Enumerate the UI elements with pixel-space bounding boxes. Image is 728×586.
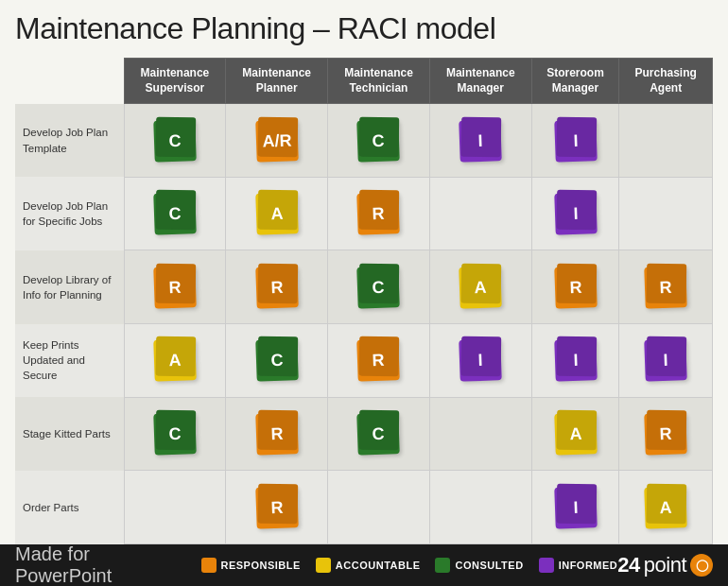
cell-5-4: I xyxy=(531,471,619,544)
badge-green: C xyxy=(153,412,197,456)
legend-label-orange: RESPONSIBLE xyxy=(221,560,301,571)
cell-0-2: C xyxy=(328,104,430,178)
legend-box-purple xyxy=(539,558,554,573)
cell-4-3 xyxy=(429,397,531,471)
header-planner: MaintenancePlanner xyxy=(226,59,328,104)
cell-5-1: R xyxy=(226,471,328,544)
row-label-4: Stage Kitted Parts xyxy=(15,397,124,471)
badge-purple: I xyxy=(644,339,687,383)
badge-green: C xyxy=(153,192,197,235)
raci-table: MaintenanceSupervisorMaintenancePlannerM… xyxy=(15,58,713,544)
cell-2-1: R xyxy=(226,250,328,324)
cell-3-0: A xyxy=(124,324,226,398)
cell-4-1: R xyxy=(226,397,328,471)
row-label-5: Order Parts xyxy=(15,471,124,544)
cell-1-1: A xyxy=(226,177,328,250)
cell-2-2: C xyxy=(328,250,430,324)
table-row: Stage Kitted PartsCRCAR xyxy=(15,397,713,471)
badge-green: C xyxy=(357,412,401,456)
main-container: Maintenance Planning – RACI model Mainte… xyxy=(0,0,728,586)
cell-0-0: C xyxy=(124,104,226,178)
cell-4-2: C xyxy=(328,397,430,471)
badge-purple: I xyxy=(554,119,598,163)
badge-orange: A/R xyxy=(255,119,299,163)
badge-yellow: A xyxy=(459,266,503,309)
cell-2-0: R xyxy=(124,250,226,324)
cell-1-4: I xyxy=(531,177,619,250)
header-purchasing: PurchasingAgent xyxy=(619,59,713,104)
header-empty xyxy=(15,59,124,104)
cell-2-5: R xyxy=(619,250,713,324)
cell-1-2: R xyxy=(328,177,430,250)
badge-purple: I xyxy=(554,192,598,235)
badge-orange: R xyxy=(255,486,299,529)
cell-3-3: I xyxy=(429,324,531,398)
brand-point: point xyxy=(644,553,686,577)
badge-green: C xyxy=(357,119,401,163)
table-row: Develop Library of Info for PlanningRRCA… xyxy=(15,250,713,324)
badge-green: C xyxy=(255,339,299,383)
badge-orange: R xyxy=(357,192,401,235)
badge-yellow: A xyxy=(554,412,598,456)
legend-label-green: CONSULTED xyxy=(455,560,523,571)
badge-orange: R xyxy=(357,339,401,383)
badge-yellow: A xyxy=(153,339,197,383)
cell-3-1: C xyxy=(226,324,328,398)
legend-label-purple: INFORMED xyxy=(559,560,618,571)
badge-orange: R xyxy=(255,266,299,309)
table-row: Order PartsRIA xyxy=(15,471,713,544)
row-label-3: Keep Prints Updated and Secure xyxy=(15,324,124,398)
cell-0-1: A/R xyxy=(226,104,328,178)
badge-purple: I xyxy=(459,119,503,163)
header-technician: MaintenanceTechnician xyxy=(328,59,430,104)
made-for-label: Made for PowerPoint xyxy=(15,543,182,586)
cell-4-4: A xyxy=(531,397,619,471)
cell-0-5 xyxy=(619,104,713,178)
brand-number: 24 xyxy=(617,553,639,577)
cell-1-0: C xyxy=(124,177,226,250)
row-label-2: Develop Library of Info for Planning xyxy=(15,250,124,324)
legend-label-yellow: ACCOUNTABLE xyxy=(336,560,421,571)
header-supervisor: MaintenanceSupervisor xyxy=(124,59,226,104)
badge-purple: I xyxy=(459,339,503,383)
footer: Made for PowerPoint RESPONSIBLEACCOUNTAB… xyxy=(0,544,728,586)
legend-item-yellow: ACCOUNTABLE xyxy=(316,558,421,573)
cell-1-5 xyxy=(619,177,713,250)
cell-5-0 xyxy=(124,471,226,544)
cell-0-3: I xyxy=(429,104,531,178)
legend-item-green: CONSULTED xyxy=(435,558,523,573)
row-label-0: Develop Job Plan Template xyxy=(15,104,124,178)
badge-orange: R xyxy=(554,266,598,309)
row-label-1: Develop Job Plan for Specific Jobs xyxy=(15,177,124,250)
cell-4-0: C xyxy=(124,397,226,471)
badge-green: C xyxy=(153,119,197,163)
table-row: Develop Job Plan TemplateCA/RCII xyxy=(15,104,713,178)
cell-5-2 xyxy=(328,471,430,544)
legend-box-orange xyxy=(201,558,217,573)
legend-box-green xyxy=(435,558,450,573)
legend: RESPONSIBLEACCOUNTABLECONSULTEDINFORMED xyxy=(201,558,618,573)
legend-box-yellow xyxy=(316,558,331,573)
badge-green: C xyxy=(357,266,401,309)
cell-0-4: I xyxy=(531,104,619,178)
badge-orange: R xyxy=(644,412,687,456)
badge-orange: R xyxy=(255,412,299,456)
cell-3-5: I xyxy=(619,324,713,398)
badge-purple: I xyxy=(554,339,598,383)
badge-orange: R xyxy=(644,266,687,309)
header-storeroom: StoreroomManager xyxy=(531,59,619,104)
cell-1-3 xyxy=(429,177,531,250)
badge-orange: R xyxy=(153,266,197,309)
header-manager: MaintenanceManager xyxy=(429,59,531,104)
cell-3-4: I xyxy=(531,324,619,398)
brand-icon: ◯ xyxy=(690,554,713,577)
cell-4-5: R xyxy=(619,397,713,471)
cell-3-2: R xyxy=(328,324,430,398)
table-wrapper: MaintenanceSupervisorMaintenancePlannerM… xyxy=(15,58,713,544)
badge-yellow: A xyxy=(644,486,687,529)
badge-yellow: A xyxy=(255,192,299,235)
cell-5-3 xyxy=(429,471,531,544)
cell-2-4: R xyxy=(531,250,619,324)
table-row: Keep Prints Updated and SecureACRIII xyxy=(15,324,713,398)
badge-purple: I xyxy=(554,486,598,529)
